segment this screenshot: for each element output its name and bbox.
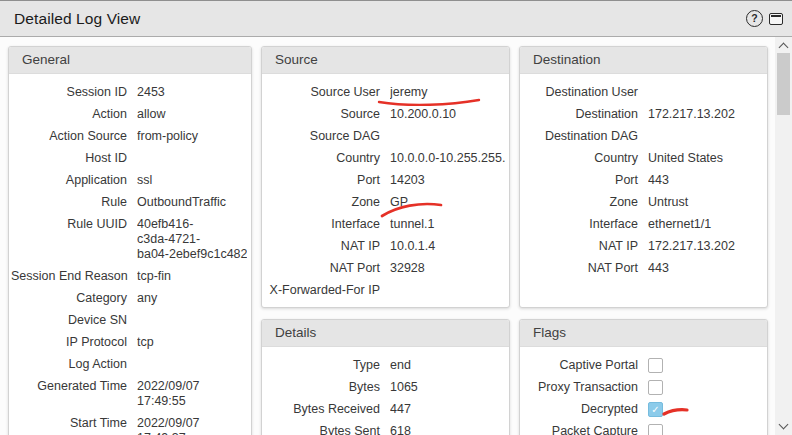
field-label: X-Forwarded-For IP (264, 283, 380, 298)
panel-source-title: Source (262, 47, 509, 74)
field-value: 2022/09/07 17:49:55 (137, 379, 247, 409)
field-row: IP Protocoltcp (11, 335, 247, 350)
field-row: NAT Port443 (522, 261, 763, 276)
field-row: Port443 (522, 173, 763, 188)
field-label: Destination (522, 107, 638, 122)
field-label: Start Time (11, 416, 127, 431)
checkbox-packet-capture[interactable] (648, 424, 663, 435)
field-label: Bytes Sent (264, 424, 380, 435)
panel-flags: Flags Captive PortalProxy TransactionDec… (519, 319, 768, 435)
field-value: 447 (390, 402, 505, 417)
field-label: Packet Capture (522, 424, 638, 435)
title-bar-actions: ? (746, 10, 783, 27)
field-row: NAT IP172.217.13.202 (522, 239, 763, 254)
open-window-icon[interactable] (769, 13, 783, 25)
checkbox-proxy-transaction[interactable] (648, 380, 663, 395)
field-value: 2453 (137, 85, 247, 100)
field-value: Untrust (648, 195, 763, 210)
field-row: Session End Reasontcp-fin (11, 269, 247, 284)
field-label: Bytes (264, 380, 380, 395)
field-label: Category (11, 291, 127, 306)
field-row: Destination User (522, 85, 763, 100)
field-label: Zone (264, 195, 380, 210)
field-label: Source DAG (264, 129, 380, 144)
panel-destination-title: Destination (520, 47, 767, 74)
field-row: Packet Capture (522, 424, 763, 435)
field-row: Log Action (11, 357, 247, 372)
field-label: Captive Portal (522, 358, 638, 373)
field-row: Actionallow (11, 107, 247, 122)
field-row: Source Userjeremy (264, 85, 505, 100)
checkbox-decrypted[interactable]: ✓ (648, 402, 663, 417)
field-row: Generated Time2022/09/07 17:49:55 (11, 379, 247, 409)
field-label: Source User (264, 85, 380, 100)
dialog-title: Detailed Log View (14, 10, 140, 28)
field-label: Type (264, 358, 380, 373)
checkbox-captive-portal[interactable] (648, 358, 663, 373)
field-value: end (390, 358, 505, 373)
field-row: Port14203 (264, 173, 505, 188)
panel-details-title: Details (262, 320, 509, 347)
field-value: 443 (648, 173, 763, 188)
field-value: ssl (137, 173, 247, 188)
field-label: Proxy Transaction (522, 380, 638, 395)
field-label: Port (522, 173, 638, 188)
dialog-title-bar: Detailed Log View ? (0, 0, 792, 37)
field-row: NAT Port32928 (264, 261, 505, 276)
field-label: Host ID (11, 151, 127, 166)
field-row: X-Forwarded-For IP (264, 283, 505, 298)
field-row: Applicationssl (11, 173, 247, 188)
field-row: Rule UUID40efb416- c3da-4721- ba04-2ebef… (11, 217, 247, 262)
field-label: Log Action (11, 357, 127, 372)
field-value: 10.0.0.0-10.255.255.... (390, 151, 505, 166)
field-label: Interface (522, 217, 638, 232)
field-label: Generated Time (11, 379, 127, 394)
field-row: Proxy Transaction (522, 380, 763, 395)
field-value: from-policy (137, 129, 247, 144)
field-row: Source10.200.0.10 (264, 107, 505, 122)
chevron-up-icon (779, 43, 789, 53)
field-label: NAT Port (522, 261, 638, 276)
field-value: 32928 (390, 261, 505, 276)
scrollbar-thumb[interactable] (777, 53, 790, 115)
help-icon[interactable]: ? (746, 10, 763, 27)
field-value: 172.217.13.202 (648, 107, 763, 122)
field-label: Session ID (11, 85, 127, 100)
log-detail-content: General Session ID2453ActionallowAction … (0, 37, 792, 435)
field-value: 14203 (390, 173, 505, 188)
panel-source: Source Source UserjeremySource10.200.0.1… (261, 46, 510, 308)
field-label: Destination DAG (522, 129, 638, 144)
field-row: Interfacetunnel.1 (264, 217, 505, 232)
field-value: 172.217.13.202 (648, 239, 763, 254)
field-label: Application (11, 173, 127, 188)
field-row: Bytes Received447 (264, 402, 505, 417)
field-row: Device SN (11, 313, 247, 328)
field-label: Port (264, 173, 380, 188)
field-row: RuleOutboundTraffic (11, 195, 247, 210)
field-row: Source DAG (264, 129, 505, 144)
field-label: NAT IP (522, 239, 638, 254)
field-label: Rule UUID (11, 217, 127, 232)
field-label: Device SN (11, 313, 127, 328)
field-value: 443 (648, 261, 763, 276)
panel-details: Details TypeendBytes1065Bytes Received44… (261, 319, 510, 435)
field-row: Session ID2453 (11, 85, 247, 100)
field-label: IP Protocol (11, 335, 127, 350)
field-row: Destination172.217.13.202 (522, 107, 763, 122)
field-label: NAT IP (264, 239, 380, 254)
field-row: Country10.0.0.0-10.255.255.... (264, 151, 505, 166)
field-row: Start Time2022/09/07 17:49:37 (11, 416, 247, 435)
field-label: Bytes Received (264, 402, 380, 417)
field-label: Rule (11, 195, 127, 210)
vertical-scrollbar[interactable] (775, 37, 792, 435)
field-value: GP (390, 195, 505, 210)
field-label: Action (11, 107, 127, 122)
field-value: 1065 (390, 380, 505, 395)
field-value: 2022/09/07 17:49:37 (137, 416, 247, 435)
scroll-up-button[interactable] (775, 39, 792, 53)
field-row: NAT IP10.0.1.4 (264, 239, 505, 254)
field-row: Decrypted✓ (522, 402, 763, 417)
field-label: Interface (264, 217, 380, 232)
field-row: Action Sourcefrom-policy (11, 129, 247, 144)
scroll-down-button[interactable] (775, 419, 792, 433)
